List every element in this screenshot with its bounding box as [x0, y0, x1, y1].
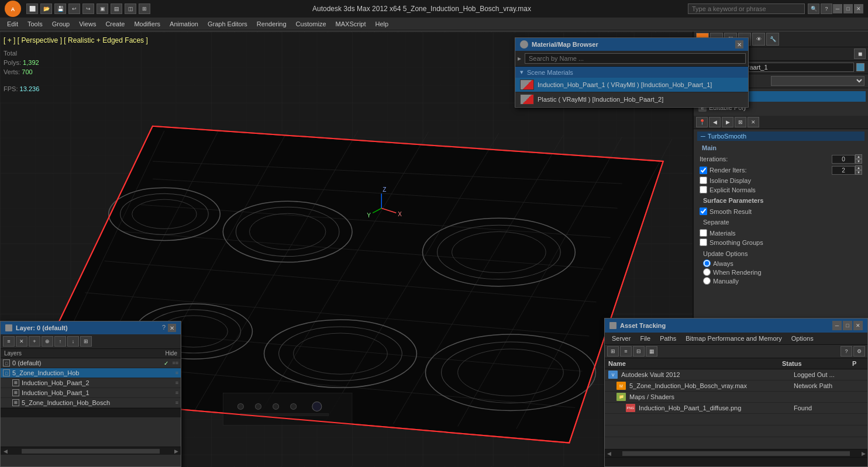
smoothing-groups-checkbox[interactable]	[700, 238, 707, 246]
open-btn[interactable]: 📂	[40, 4, 52, 14]
isoline-checkbox[interactable]	[700, 177, 707, 184]
menu-group[interactable]: Group	[47, 19, 75, 29]
render-iters-up[interactable]: ▲	[855, 165, 862, 170]
iterations-input[interactable]	[832, 155, 855, 164]
modifier-dropdown[interactable]	[771, 76, 864, 86]
menu-edit[interactable]: Edit	[2, 19, 23, 29]
undo-btn[interactable]: ↩	[68, 4, 80, 14]
asset-settings-btn[interactable]: ⚙	[853, 346, 865, 357]
search-input[interactable]	[688, 4, 805, 14]
layer-item-paart1[interactable]: ⊞ Induction_Hob_Paart_1 ≡	[1, 388, 181, 398]
iterations-down[interactable]: ▼	[855, 159, 862, 164]
layer-btn-8[interactable]: ⊞	[80, 336, 92, 347]
tb4[interactable]: ⊞	[139, 4, 150, 14]
layer-item-default[interactable]: □ 0 (default) ✓ ≡≡	[1, 358, 181, 368]
save-btn[interactable]: 💾	[54, 4, 66, 14]
asset-scrollbar[interactable]: ◀ ▶	[605, 449, 867, 457]
material-browser-header[interactable]: Material/Map Browser ✕	[515, 38, 748, 51]
asset-tb-4[interactable]: ▦	[646, 346, 657, 357]
menu-tools[interactable]: Tools	[23, 19, 47, 29]
close-btn[interactable]: ✕	[854, 4, 863, 13]
smooth-result-checkbox[interactable]	[700, 207, 707, 215]
layers-scrollbar[interactable]: ◀ ▶	[1, 447, 181, 455]
layer-item-paart2[interactable]: ⊞ Induction_Hob_Paart_2 ≡	[1, 378, 181, 388]
make-unique-btn[interactable]: ⊠	[735, 117, 746, 127]
layer-btn-5[interactable]: ⊕	[42, 336, 53, 347]
layers-resize-bar[interactable]	[1, 408, 181, 417]
material-browser-close[interactable]: ✕	[735, 40, 743, 49]
render-iters-input[interactable]	[832, 166, 855, 175]
menu-customize[interactable]: Customize	[291, 19, 331, 29]
iterations-up[interactable]: ▲	[855, 154, 862, 159]
layer-item-hob[interactable]: □ 5_Zone_Induction_Hob ≡	[1, 368, 181, 378]
cmd-tab-utilities[interactable]: 🔧	[766, 33, 779, 46]
asset-tb-1[interactable]: ⊞	[607, 346, 619, 357]
layer-btn-add[interactable]: +	[29, 336, 40, 347]
scroll-left-btn[interactable]: ◀	[1, 448, 10, 454]
scrollbar-track[interactable]	[22, 449, 160, 454]
asset-minimize[interactable]: ─	[832, 321, 842, 330]
asset-header[interactable]: Asset Tracking ─ □ ✕	[605, 319, 867, 333]
menu-create[interactable]: Create	[101, 19, 129, 29]
search-icon-btn[interactable]: 🔍	[808, 4, 819, 14]
render-iters-spinner[interactable]: ▲ ▼	[855, 165, 862, 175]
cmd-tab-display[interactable]: 👁	[752, 33, 765, 46]
asset-scroll-left[interactable]: ◀	[605, 451, 613, 456]
asset-item-vault[interactable]: V Autodesk Vault 2012 Logged Out ...	[605, 369, 867, 380]
materials-checkbox[interactable]	[700, 229, 707, 237]
menu-animation[interactable]: Animation	[165, 19, 203, 29]
scroll-right-btn[interactable]: ▶	[171, 448, 181, 454]
asset-menu-bitmap[interactable]: Bitmap Performance and Memory	[681, 334, 786, 343]
asset-scroll-right[interactable]: ▶	[859, 451, 867, 456]
asset-menu-server[interactable]: Server	[607, 334, 635, 343]
layers-header[interactable]: Layer: 0 (default) ? ✕	[1, 321, 181, 334]
layers-close[interactable]: ✕	[168, 324, 176, 332]
manually-radio[interactable]	[703, 277, 711, 285]
asset-tb-3[interactable]: ⊟	[633, 346, 645, 357]
iterations-spinner[interactable]: ▲ ▼	[855, 154, 862, 164]
tb2[interactable]: ▤	[111, 4, 122, 14]
expand-btn[interactable]: ◼	[854, 49, 866, 59]
asset-help-btn[interactable]: ?	[841, 346, 852, 357]
asset-item-png[interactable]: PNG Induction_Hob_Paart_1_diffuse.png Fo…	[605, 403, 867, 414]
stack-nav-fwd[interactable]: ▶	[722, 117, 733, 127]
stack-nav-back[interactable]: ◀	[709, 117, 721, 127]
asset-scrollbar-track[interactable]	[622, 451, 850, 456]
redo-btn[interactable]: ↪	[82, 4, 94, 14]
render-iters-down[interactable]: ▼	[855, 170, 862, 175]
layer-btn-7[interactable]: ↓	[67, 336, 79, 347]
explicit-normals-checkbox[interactable]	[700, 186, 707, 193]
layer-btn-delete[interactable]: ✕	[16, 336, 27, 347]
menu-graph-editors[interactable]: Graph Editors	[203, 19, 252, 29]
asset-maximize[interactable]: □	[843, 321, 852, 330]
always-radio[interactable]	[703, 260, 711, 267]
material-item-1[interactable]: Plastic ( VRayMtl ) [Induction_Hob_Paart…	[515, 92, 748, 107]
material-search-input[interactable]	[525, 53, 746, 64]
menu-views[interactable]: Views	[74, 19, 101, 29]
layers-help[interactable]: ?	[162, 324, 166, 332]
when-rendering-radio[interactable]	[703, 268, 711, 276]
asset-tb-2[interactable]: ≡	[620, 346, 632, 357]
asset-item-maps[interactable]: 📁 Maps / Shaders	[605, 392, 867, 403]
new-btn[interactable]: ⬜	[26, 4, 38, 14]
tb1[interactable]: ▣	[97, 4, 108, 14]
maximize-btn[interactable]: □	[843, 4, 853, 13]
layer-item-bosch[interactable]: ⊞ 5_Zone_Induction_Hob_Bosch ≡	[1, 398, 181, 408]
material-item-0[interactable]: Induction_Hob_Paart_1 ( VRayMtl ) [Induc…	[515, 78, 748, 92]
menu-modifiers[interactable]: Modifiers	[129, 19, 165, 29]
minimize-btn[interactable]: ─	[833, 4, 842, 13]
render-iters-checkbox[interactable]	[700, 167, 707, 174]
object-color-swatch[interactable]	[856, 63, 864, 71]
asset-menu-file[interactable]: File	[635, 334, 655, 343]
remove-modifier-btn[interactable]: ✕	[748, 117, 759, 127]
help-btn[interactable]: ?	[821, 4, 832, 14]
tb3[interactable]: ◫	[125, 4, 136, 14]
asset-menu-options[interactable]: Options	[787, 334, 818, 343]
layer-btn-6[interactable]: ↑	[54, 336, 66, 347]
pin-btn[interactable]: 📍	[696, 117, 708, 127]
menu-help[interactable]: Help	[371, 19, 394, 29]
menu-rendering[interactable]: Rendering	[252, 19, 291, 29]
menu-maxscript[interactable]: MAXScript	[331, 19, 371, 29]
asset-item-max[interactable]: M 5_Zone_Induction_Hob_Bosch_vray.max Ne…	[605, 380, 867, 392]
layer-btn-1[interactable]: ≡	[3, 336, 15, 347]
